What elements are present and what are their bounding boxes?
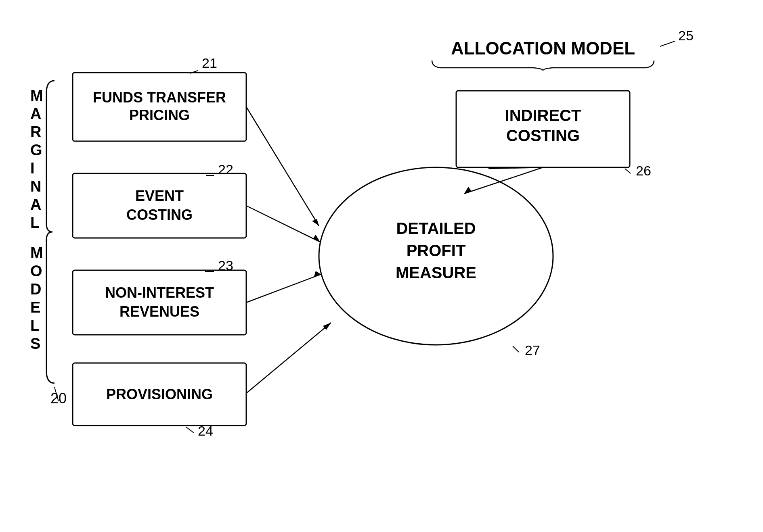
non-interest-revenues-box xyxy=(73,270,246,335)
marginal-label-l: L xyxy=(30,214,40,231)
models-label-e: E xyxy=(30,299,40,316)
diagram: M A R G I N A L M O D E L S 20 FUNDS TRA… xyxy=(0,0,763,532)
detailed-profit-label-line2: PROFIT xyxy=(407,242,466,259)
detailed-profit-label-line3: MEASURE xyxy=(396,264,476,282)
marginal-label-r: R xyxy=(30,123,41,140)
marginal-label-n: N xyxy=(30,178,41,195)
marginal-label-a: A xyxy=(30,105,41,122)
models-label-m: M xyxy=(30,244,43,261)
number-25: 25 xyxy=(678,28,694,43)
allocation-model-label: ALLOCATION MODEL xyxy=(451,38,635,58)
number-27: 27 xyxy=(525,342,540,358)
number-20: 20 xyxy=(50,390,67,407)
funds-transfer-pricing-label-line1: FUNDS TRANSFER xyxy=(93,89,226,106)
event-costing-label-line1: EVENT xyxy=(135,188,184,204)
number-24: 24 xyxy=(198,423,213,438)
marginal-label-g: G xyxy=(30,142,42,159)
models-label-d: D xyxy=(30,281,41,298)
models-label-o: O xyxy=(30,263,42,280)
funds-transfer-pricing-label-line2: PRICING xyxy=(129,107,190,123)
models-label-s: S xyxy=(30,335,40,352)
indirect-costing-label-line1: INDIRECT xyxy=(505,106,581,124)
non-interest-revenues-label-line1: NON-INTEREST xyxy=(105,284,214,301)
number-23: 23 xyxy=(218,258,233,273)
marginal-label-i: I xyxy=(30,160,35,177)
marginal-label-a2: A xyxy=(30,196,41,213)
indirect-costing-label-line2: COSTING xyxy=(506,127,580,144)
models-label-l: L xyxy=(30,317,40,334)
marginal-label-m: M xyxy=(30,87,43,104)
number-21: 21 xyxy=(202,55,217,71)
number-26: 26 xyxy=(636,163,651,178)
provisioning-label: PROVISIONING xyxy=(106,386,213,403)
detailed-profit-label-line1: DETAILED xyxy=(396,219,476,237)
number-22: 22 xyxy=(218,162,233,177)
event-costing-box xyxy=(73,173,246,238)
non-interest-revenues-label-line2: REVENUES xyxy=(119,303,199,320)
event-costing-label-line2: COSTING xyxy=(126,207,193,223)
